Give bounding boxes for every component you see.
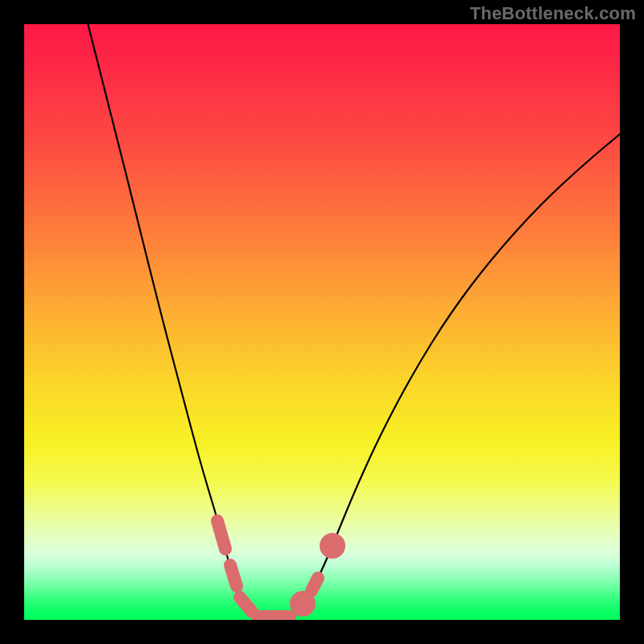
chart-svg	[24, 24, 620, 620]
svg-line-1	[230, 565, 237, 586]
svg-point-4	[296, 597, 309, 610]
svg-point-6	[326, 539, 339, 552]
svg-line-5	[312, 578, 318, 591]
curve-markers	[217, 521, 339, 617]
plot-area	[24, 24, 620, 620]
svg-line-0	[217, 521, 225, 549]
watermark-text: TheBottleneck.com	[470, 3, 636, 24]
bottleneck-curve	[87, 24, 620, 618]
stage: TheBottleneck.com	[0, 0, 644, 644]
svg-line-2	[240, 597, 252, 612]
